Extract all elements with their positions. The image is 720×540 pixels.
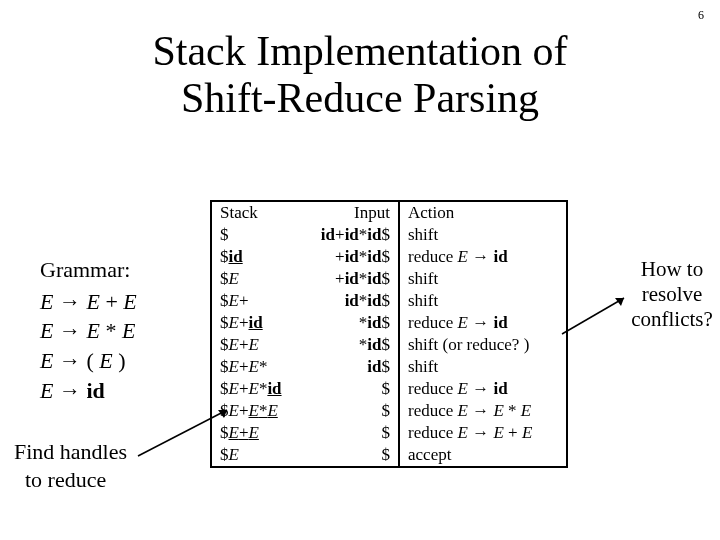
cell-stack: $E+E (211, 334, 302, 356)
cell-stack: $E+E*id (211, 378, 302, 400)
cell-action: accept (399, 444, 567, 467)
grammar-rule: E → E + E (40, 287, 137, 317)
cell-input: id*id$ (302, 290, 399, 312)
table-row: $E+E*E$reduce E → E * E (211, 400, 567, 422)
cell-input: $ (302, 444, 399, 467)
table-row: $E+id*id$shift (211, 290, 567, 312)
cell-input: +id*id$ (302, 246, 399, 268)
cell-stack: $E+E*E (211, 400, 302, 422)
cell-action: shift (399, 224, 567, 246)
col-input-head: Input (302, 201, 399, 224)
cell-stack: $ (211, 224, 302, 246)
slide-title: Stack Implementation of Shift-Reduce Par… (0, 28, 720, 122)
table-row: $E+E*id$shift (211, 356, 567, 378)
cell-action: reduce E → id (399, 246, 567, 268)
table-row: $E$accept (211, 444, 567, 467)
cell-input: id+id*id$ (302, 224, 399, 246)
col-action-head: Action (399, 201, 567, 224)
howto-line-3: conflicts? (631, 307, 713, 331)
grammar-rule: E → ( E ) (40, 346, 137, 376)
cell-action: shift (399, 356, 567, 378)
cell-stack: $E+E (211, 422, 302, 444)
table-row: $E+id*id$reduce E → id (211, 312, 567, 334)
cell-stack: $E (211, 444, 302, 467)
cell-action: reduce E → E * E (399, 400, 567, 422)
cell-stack: $E (211, 268, 302, 290)
cell-stack: $id (211, 246, 302, 268)
find-line-2: to reduce (25, 467, 106, 492)
find-handles-note: Find handles to reduce (14, 438, 127, 493)
svg-line-2 (562, 298, 624, 334)
table-row: $E+id*id$shift (211, 268, 567, 290)
parse-table: StackInputAction$id+id*id$shift$id+id*id… (210, 200, 568, 468)
table-row: $E+E*id$shift (or reduce? ) (211, 334, 567, 356)
cell-action: reduce E → id (399, 312, 567, 334)
cell-input: *id$ (302, 334, 399, 356)
cell-stack: $E+E* (211, 356, 302, 378)
cell-action: shift (399, 290, 567, 312)
table-row: $E+E$reduce E → E + E (211, 422, 567, 444)
cell-stack: $E+ (211, 290, 302, 312)
grammar-rule: E → E * E (40, 316, 137, 346)
grammar-label: Grammar: (40, 255, 137, 285)
howto-line-1: How to (641, 257, 703, 281)
cell-action: shift (399, 268, 567, 290)
grammar-block: Grammar: E → E + EE → E * EE → ( E )E → … (40, 255, 137, 405)
cell-action: reduce E → id (399, 378, 567, 400)
col-stack-head: Stack (211, 201, 302, 224)
title-line-2: Shift-Reduce Parsing (181, 75, 539, 121)
cell-input: +id*id$ (302, 268, 399, 290)
how-to-resolve-note: How to resolve conflicts? (624, 257, 720, 333)
cell-input: $ (302, 378, 399, 400)
cell-input: *id$ (302, 312, 399, 334)
cell-action: reduce E → E + E (399, 422, 567, 444)
cell-action: shift (or reduce? ) (399, 334, 567, 356)
howto-line-2: resolve (642, 282, 703, 306)
cell-stack: $E+id (211, 312, 302, 334)
cell-input: $ (302, 422, 399, 444)
table-row: $E+E*id$reduce E → id (211, 378, 567, 400)
cell-input: id$ (302, 356, 399, 378)
table-row: $id+id*id$reduce E → id (211, 246, 567, 268)
svg-marker-3 (615, 298, 624, 306)
table-row: $id+id*id$shift (211, 224, 567, 246)
find-line-1: Find handles (14, 439, 127, 464)
title-line-1: Stack Implementation of (152, 28, 567, 74)
cell-input: $ (302, 400, 399, 422)
grammar-rule: E → id (40, 376, 137, 406)
page-number: 6 (698, 8, 704, 23)
